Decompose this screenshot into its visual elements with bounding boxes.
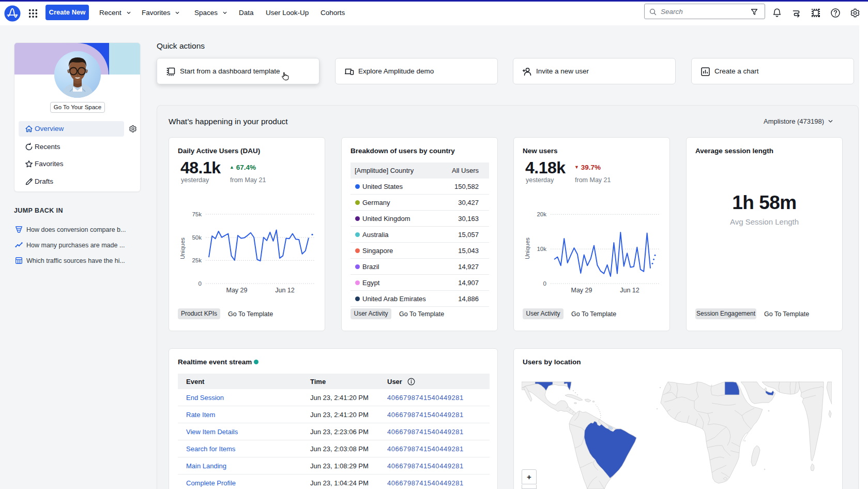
svg-text:Jun 12: Jun 12 <box>275 287 295 294</box>
svg-text:20k: 20k <box>537 211 546 217</box>
svg-text:25k: 25k <box>192 257 202 263</box>
svg-text:50k: 50k <box>192 234 202 241</box>
svg-text:10k: 10k <box>537 246 546 252</box>
svg-text:75k: 75k <box>192 211 202 217</box>
svg-text:0: 0 <box>199 280 202 287</box>
svg-text:Uniques: Uniques <box>524 238 530 259</box>
svg-text:0: 0 <box>543 280 546 287</box>
svg-text:Uniques: Uniques <box>179 238 186 259</box>
svg-text:May 29: May 29 <box>571 287 592 294</box>
svg-text:Jun 12: Jun 12 <box>620 287 639 294</box>
svg-text:May 29: May 29 <box>226 287 248 294</box>
